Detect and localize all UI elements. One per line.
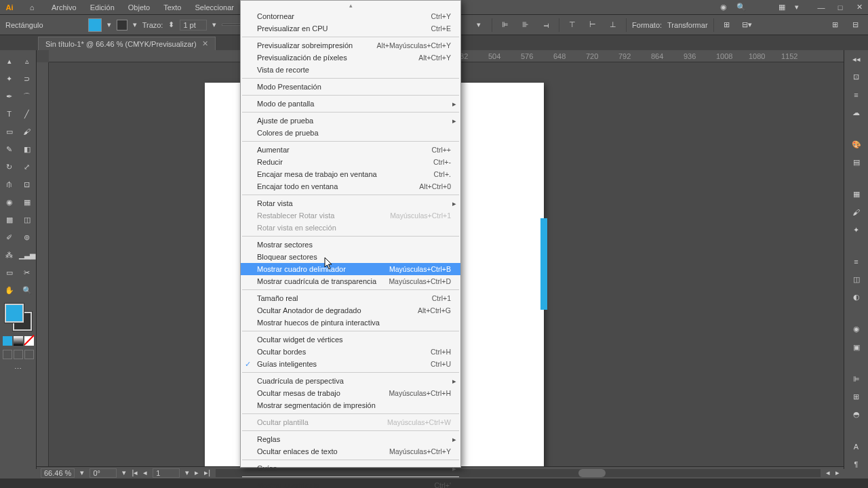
paragraph-panel-icon[interactable]: ¶ xyxy=(850,460,863,469)
lasso-tool[interactable]: ⊃ xyxy=(19,70,35,87)
page-field[interactable]: 1 xyxy=(153,468,180,478)
menu-objeto[interactable]: Objeto xyxy=(121,0,157,14)
graph-tool[interactable]: ▁▃▅ xyxy=(19,247,35,263)
close-button[interactable]: ✕ xyxy=(850,1,868,14)
eraser-tool[interactable]: ◧ xyxy=(19,141,35,157)
color-mode-swatches[interactable] xyxy=(3,336,34,346)
pen-tool[interactable]: ✒ xyxy=(1,88,18,104)
menu-item-previsualizar-en-cpu[interactable]: Previsualizar en CPUCtrl+E xyxy=(241,22,460,35)
symbol-sprayer-tool[interactable]: ⁂ xyxy=(1,247,18,263)
menu-item-cuadr-cula-de-perspectiva[interactable]: Cuadrícula de perspectiva▸ xyxy=(241,375,460,387)
menu-item-encajar-todo-en-ventana[interactable]: Encajar todo en ventanaAlt+Ctrl+0 xyxy=(241,180,460,192)
more-icon[interactable]: ⊟▾ xyxy=(740,18,755,33)
slice-tool[interactable]: ✂ xyxy=(19,264,35,281)
character-panel-icon[interactable]: A xyxy=(850,442,863,451)
gradient-tool[interactable]: ◫ xyxy=(19,211,35,228)
shape-builder-tool[interactable]: ◉ xyxy=(1,194,18,210)
menu-item-ocultar-widget-de-v-rtices[interactable]: Ocultar widget de vértices xyxy=(241,333,460,346)
maximize-button[interactable]: □ xyxy=(831,1,849,14)
menu-item-modo-de-pantalla[interactable]: Modo de pantalla▸ xyxy=(241,98,460,110)
menu-item-mostrar-cuadro-delimitador[interactable]: Mostrar cuadro delimitadorMayúsculas+Ctr… xyxy=(241,263,460,275)
type-tool[interactable]: T xyxy=(1,106,18,122)
appearance-panel-icon[interactable]: ◉ xyxy=(850,325,863,334)
menu-edicion[interactable]: Edición xyxy=(83,0,121,14)
align-top-icon[interactable]: ⊤ xyxy=(565,18,580,33)
edit-toolbar-icon[interactable]: ⋯ xyxy=(14,365,22,373)
graphic-styles-panel-icon[interactable]: ▣ xyxy=(850,342,863,352)
rectangle-shape[interactable] xyxy=(540,218,547,310)
rectangle-tool[interactable]: ▭ xyxy=(1,123,18,140)
menu-item-ocultar-enlaces-de-texto[interactable]: Ocultar enlaces de textoMayúsculas+Ctrl+… xyxy=(241,445,460,458)
align-center-icon[interactable]: ⊪ xyxy=(518,18,533,33)
align-bottom-icon[interactable]: ⊥ xyxy=(606,18,620,33)
style-icon[interactable]: ▾ xyxy=(471,18,486,33)
menu-item-aumentar[interactable]: AumentarCtrl++ xyxy=(241,144,460,156)
blend-tool[interactable]: ⊚ xyxy=(19,229,35,245)
menu-texto[interactable]: Texto xyxy=(157,0,188,14)
selection-tool[interactable]: ▴ xyxy=(1,53,18,69)
menu-item-mostrar-sectores[interactable]: Mostrar sectores xyxy=(241,239,460,251)
last-page-icon[interactable]: ▸| xyxy=(204,468,210,477)
grid-toggle-icon[interactable]: ⊞ xyxy=(827,18,842,33)
menu-archivo[interactable]: Archivo xyxy=(45,0,83,14)
isolate-icon[interactable]: ⊞ xyxy=(719,18,734,33)
paintbrush-tool[interactable]: 🖌 xyxy=(19,123,35,140)
format-label[interactable]: Formato: xyxy=(632,21,662,29)
menu-item-previsualizar-sobreimpresi-n[interactable]: Previsualizar sobreimpresiónAlt+Mayúscul… xyxy=(241,39,460,52)
menu-item-modo-presentaci-n[interactable]: Modo Presentación xyxy=(241,81,460,93)
zoom-field[interactable]: 66.46 % xyxy=(41,468,75,478)
align-panel-icon[interactable]: ⊫ xyxy=(850,374,863,384)
panel-toggle-icon[interactable]: ⊟ xyxy=(848,18,863,33)
menu-item-tama-o-real[interactable]: Tamaño realCtrl+1 xyxy=(241,292,460,304)
next-page-icon[interactable]: ▸ xyxy=(195,468,199,477)
workspace-icon[interactable]: ▾ xyxy=(795,3,799,12)
document-tab[interactable]: Sin título-1* @ 66.46 % (CMYK/Previsuali… xyxy=(38,37,216,50)
scroll-right-icon[interactable]: ▸ xyxy=(835,468,840,477)
brushes-panel-icon[interactable]: 🖌 xyxy=(850,207,863,217)
expand-panels-icon[interactable]: ◂◂ xyxy=(850,54,863,64)
symbols-panel-icon[interactable]: ✦ xyxy=(850,225,863,235)
eyedropper-tool[interactable]: ✐ xyxy=(1,229,18,245)
draw-mode-icons[interactable] xyxy=(3,350,34,359)
menu-item-mostrar-huecos-de-pintura-interactiva[interactable]: Mostrar huecos de pintura interactiva xyxy=(241,317,460,329)
fill-swatch[interactable] xyxy=(88,18,102,32)
gradient-panel-icon[interactable]: ◫ xyxy=(850,274,863,284)
menu-item-contornear[interactable]: ContornearCtrl+Y xyxy=(241,10,460,22)
menu-item-mostrar-cuadr-cula[interactable]: Mostrar cuadrículaCtrl+' xyxy=(241,479,460,488)
menu-item-reducir[interactable]: ReducirCtrl+- xyxy=(241,156,460,168)
curvature-tool[interactable]: ⌒ xyxy=(19,88,35,104)
menu-item-ajuste-de-prueba[interactable]: Ajuste de prueba▸ xyxy=(241,115,460,127)
menu-item-ocultar-anotador-de-degradado[interactable]: Ocultar Anotador de degradadoAlt+Ctrl+G xyxy=(241,304,460,317)
width-tool[interactable]: ⫛ xyxy=(1,176,18,192)
zoom-tool[interactable]: 🔍 xyxy=(19,282,35,298)
align-left-icon[interactable]: ⊫ xyxy=(498,18,513,33)
transform-label[interactable]: Transformar xyxy=(667,21,708,29)
tab-close-icon[interactable]: ✕ xyxy=(202,39,208,48)
pathfinder-panel-icon[interactable]: ◓ xyxy=(850,410,863,420)
menu-item-mostrar-cuadr-cula-de-transparencia[interactable]: Mostrar cuadrícula de transparenciaMayús… xyxy=(241,275,460,287)
stroke-swatch[interactable] xyxy=(117,20,127,30)
fill-color[interactable] xyxy=(5,304,24,323)
direct-selection-tool[interactable]: ▵ xyxy=(19,53,35,69)
scroll-left-icon[interactable]: ◂ xyxy=(826,468,830,477)
menu-item-gu-as[interactable]: Guías▸ xyxy=(241,462,460,474)
menu-item-bloquear-sectores[interactable]: Bloquear sectores xyxy=(241,251,460,263)
transparency-panel-icon[interactable]: ◐ xyxy=(850,293,863,302)
align-right-icon[interactable]: ⫤ xyxy=(538,18,553,33)
color-guide-panel-icon[interactable]: ▤ xyxy=(850,157,863,167)
rotate-tool[interactable]: ↻ xyxy=(1,159,18,175)
artboard-tool[interactable]: ▭ xyxy=(1,264,18,281)
color-panel-icon[interactable]: 🎨 xyxy=(850,140,863,149)
align-middle-icon[interactable]: ⊢ xyxy=(585,18,600,33)
line-tool[interactable]: ╱ xyxy=(19,106,35,122)
mesh-tool[interactable]: ▩ xyxy=(1,211,18,228)
perspective-tool[interactable]: ▦ xyxy=(19,194,35,210)
transform-panel-icon[interactable]: ⊞ xyxy=(850,392,863,401)
menu-item-ocultar-bordes[interactable]: Ocultar bordesCtrl+H xyxy=(241,346,460,358)
magic-wand-tool[interactable]: ✦ xyxy=(1,70,18,87)
hand-tool[interactable]: ✋ xyxy=(1,282,18,298)
first-page-icon[interactable]: |◂ xyxy=(132,468,138,477)
arrange-icon[interactable]: ▦ xyxy=(778,3,785,12)
free-transform-tool[interactable]: ⊡ xyxy=(19,176,35,192)
stroke-weight-field[interactable]: 1 pt xyxy=(180,20,207,30)
